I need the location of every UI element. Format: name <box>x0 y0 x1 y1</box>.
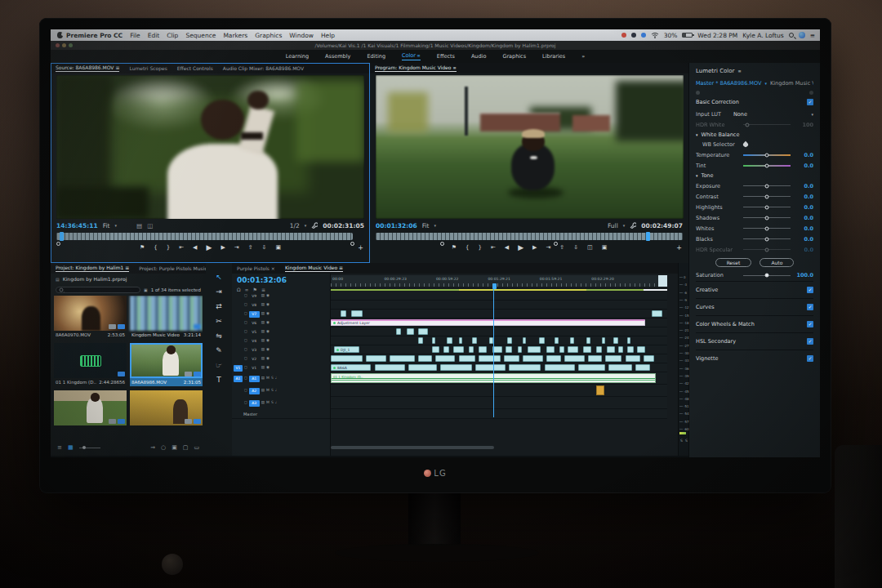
source-zoom-select[interactable]: Fit <box>103 222 110 229</box>
source-patch-v4[interactable] <box>234 338 243 345</box>
lock-track-icon[interactable]: ◻ <box>244 294 247 298</box>
lumetri-section-hsl-secondary[interactable]: HSL Secondary✓ <box>696 332 813 350</box>
video-clip[interactable] <box>637 346 645 353</box>
menu-item-clip[interactable]: Clip <box>167 32 178 39</box>
sync-lock-icon[interactable]: ▤ <box>261 401 265 405</box>
close-window-icon[interactable] <box>56 43 60 47</box>
video-clip[interactable] <box>435 355 456 362</box>
toggle-track-output-icon[interactable]: ◉ <box>266 294 270 298</box>
timeline-lane-v9[interactable] <box>331 292 667 301</box>
go-to-in-icon[interactable]: ⇤ <box>491 245 496 251</box>
wrench-icon[interactable] <box>630 222 636 229</box>
sync-lock-icon[interactable]: ▤ <box>261 330 265 334</box>
slider-knob[interactable] <box>765 237 769 241</box>
sync-lock-icon[interactable]: ▤ <box>261 312 265 316</box>
pen-tool[interactable]: ✎ <box>216 346 222 354</box>
automate-to-sequence-icon[interactable]: ⇒ <box>150 444 155 451</box>
extract-icon[interactable]: ⇩ <box>573 245 578 251</box>
notification-center-icon[interactable]: ≡ <box>810 32 815 39</box>
sync-lock-icon[interactable]: ▤ <box>261 303 265 307</box>
mark-in-icon[interactable]: { <box>154 245 157 251</box>
status-app-icon-red[interactable] <box>621 33 626 38</box>
voiceover-record-icon[interactable]: ♩ <box>275 389 277 393</box>
timeline-lane-a2[interactable] <box>331 385 667 397</box>
panel-menu-icon[interactable]: ≡ <box>452 65 456 70</box>
mute-track-button[interactable]: M <box>266 401 270 405</box>
find-icon[interactable]: ○ <box>161 444 166 451</box>
button-editor-icon[interactable]: + <box>358 244 363 252</box>
project-clip-01-1-kingdom-d-[interactable]: 01 1 Kingdom (D..2:44:28656 <box>54 343 127 389</box>
clip-thumbnail[interactable] <box>54 390 127 425</box>
video-clip[interactable] <box>453 346 463 353</box>
video-clip[interactable] <box>518 346 523 353</box>
source-patch-v1[interactable]: V1 <box>234 365 243 372</box>
toggle-track-output-icon[interactable]: ◉ <box>266 357 270 361</box>
track-target-a3[interactable]: A3 <box>249 400 260 407</box>
timeline-playhead-grip[interactable] <box>492 283 497 289</box>
video-clip[interactable] <box>408 364 437 371</box>
source-patch-a2[interactable] <box>234 388 243 394</box>
video-clip[interactable] <box>626 355 641 362</box>
section-checkbox[interactable]: ✓ <box>807 355 813 362</box>
menu-item-edit[interactable]: Edit <box>148 32 160 39</box>
slider-knob[interactable] <box>765 247 769 252</box>
mark-out-icon[interactable]: } <box>478 245 481 251</box>
icon-view-icon[interactable]: ▦ <box>68 444 74 451</box>
project-bin-row[interactable]: ▤ Kingdom by Halim1.prproj <box>51 274 206 284</box>
sync-lock-icon[interactable]: ▤ <box>261 357 265 361</box>
video-clip[interactable] <box>627 337 631 344</box>
video-clip[interactable] <box>396 328 401 335</box>
add-marker-icon[interactable]: ⚑ <box>452 245 457 251</box>
video-clip[interactable] <box>568 346 577 353</box>
lumetri-master-clip[interactable]: Master * 8A6A8986.MOV <box>696 80 761 87</box>
panel-menu-icon[interactable]: ≡ <box>114 65 119 70</box>
tab-source[interactable]: Source: 8A6A8986.MOV ≡ <box>56 65 119 72</box>
workspace-tab-graphics[interactable]: Graphics <box>502 53 526 60</box>
basic-correction-checkbox[interactable]: ✓ <box>807 99 813 105</box>
basic-correction-header[interactable]: Basic Correction ✓ <box>696 96 813 109</box>
step-back-icon[interactable]: ◀ <box>193 245 197 251</box>
source-settings-icon[interactable]: ▤ <box>136 222 142 229</box>
step-forward-icon[interactable]: ▶ <box>532 245 537 251</box>
list-view-icon[interactable]: ≡ <box>57 444 62 451</box>
audio-clip-small[interactable] <box>596 385 604 395</box>
workspace-tab-assembly[interactable]: Assembly <box>325 53 350 60</box>
video-clip[interactable] <box>418 355 431 362</box>
video-clip[interactable] <box>432 337 435 344</box>
lumetri-sequence-clip[interactable]: Kingdom Music Video * 8A6A8986.MOV <box>770 80 813 87</box>
track-target-v9[interactable]: V9 <box>249 293 260 300</box>
highlights-slider[interactable] <box>743 207 791 207</box>
solo-track-button[interactable]: S <box>271 401 274 405</box>
workspace-overflow-icon[interactable]: » <box>581 53 585 60</box>
play-icon[interactable]: ▶ <box>206 244 212 252</box>
go-to-out-icon[interactable]: ⇥ <box>234 245 239 251</box>
new-item-icon[interactable]: ▢ <box>183 444 189 451</box>
saturation-slider[interactable] <box>743 275 791 276</box>
video-clip[interactable] <box>523 337 526 344</box>
step-back-icon[interactable]: ◀ <box>505 245 509 251</box>
video-clip[interactable] <box>605 355 622 362</box>
tab-program[interactable]: Program: Kingdom Music Video ≡ <box>375 65 457 72</box>
lock-track-icon[interactable]: ◻ <box>244 348 247 352</box>
step-forward-icon[interactable]: ▶ <box>220 245 225 251</box>
lock-track-icon[interactable]: ◻ <box>244 339 247 343</box>
search-input[interactable] <box>56 287 140 293</box>
lock-track-icon[interactable]: ◻ <box>244 321 247 325</box>
tone-header[interactable]: ▾ Tone <box>696 171 813 180</box>
mark-in-icon[interactable]: { <box>466 245 469 251</box>
shadows-slider[interactable] <box>743 217 791 218</box>
video-clip[interactable] <box>366 355 386 362</box>
panel-menu-icon[interactable]: ≡ <box>123 265 129 270</box>
source-patch-v3[interactable] <box>234 347 243 354</box>
lock-track-icon[interactable]: ◻ <box>244 389 247 393</box>
toggle-track-output-icon[interactable]: ◉ <box>266 312 270 316</box>
meter-solo-button[interactable]: S <box>680 439 683 443</box>
toggle-track-output-icon[interactable]: ◉ <box>266 330 270 334</box>
export-frame-icon[interactable]: ▣ <box>275 245 281 251</box>
menu-item-markers[interactable]: Markers <box>223 32 247 39</box>
timeline-lane-v2[interactable] <box>331 354 667 363</box>
track-target-v7[interactable]: V7 <box>249 311 260 318</box>
menu-user-name[interactable]: Kyle A. Loftus <box>742 32 783 39</box>
source-scrubber[interactable] <box>56 233 353 240</box>
mute-track-button[interactable]: M <box>266 389 270 393</box>
